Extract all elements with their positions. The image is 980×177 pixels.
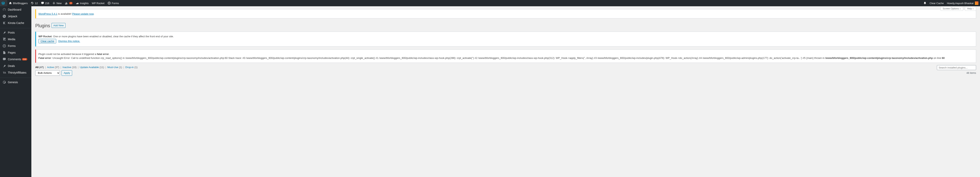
fatal-error-path: /www/bforbloggers_800/public/wp-content/… — [826, 56, 933, 59]
menu-deals[interactable]: Deals — [0, 62, 31, 69]
insights-label: Insights — [80, 2, 89, 5]
items-count: 48 items — [966, 72, 976, 74]
filter-all[interactable]: All (47) — [35, 66, 44, 69]
clear-cache-button[interactable]: Clear cache — [38, 39, 56, 43]
home-icon — [9, 2, 12, 5]
wprocket-notice-strong: WP Rocket — [38, 35, 52, 38]
stats-link[interactable]: 2 — [63, 0, 74, 6]
apply-button[interactable]: Apply — [62, 70, 72, 76]
fatal-error-line: 60 — [942, 56, 945, 59]
user-name: Aayush Bhaskar — [955, 2, 974, 5]
insights-link[interactable]: Insights — [74, 0, 90, 6]
menu-comments[interactable]: Comments216 — [0, 56, 31, 62]
menu-kinsta-label: Kinsta Cache — [8, 21, 24, 24]
clear-cache-link[interactable]: Clear Cache — [928, 0, 945, 6]
menu-thirsty-label: ThirstyAffiliates — [8, 71, 27, 74]
comment-icon — [41, 2, 44, 5]
notifications-link[interactable] — [922, 0, 928, 6]
site-name-text: BforBloggers — [13, 2, 28, 5]
menu-posts-label: Posts — [8, 31, 15, 34]
jetpack-icon — [2, 14, 6, 18]
update-version-link[interactable]: WordPress 5.4.1 — [38, 12, 57, 15]
page-icon — [2, 51, 6, 54]
menu-thirsty[interactable]: TAThirstyAffiliates — [0, 69, 31, 76]
svg-point-1 — [3, 15, 6, 18]
wordpress-icon — [2, 2, 5, 5]
search-plugins-input[interactable] — [937, 65, 976, 70]
forms-icon — [108, 2, 111, 5]
menu-media[interactable]: Media — [0, 36, 31, 43]
comments-count: 216 — [45, 2, 49, 5]
fatal-error-notice: Plugin could not be activated because it… — [35, 49, 976, 63]
fatal-error-label: Fatal error — [38, 56, 51, 59]
update-icon — [31, 2, 34, 5]
update-nag: WordPress 5.4.1 is available! Please upd… — [35, 9, 976, 18]
avatar — [975, 2, 978, 5]
comments-link[interactable]: 216 — [40, 0, 51, 6]
menu-genesis[interactable]: Genesis — [0, 79, 31, 85]
menu-forms[interactable]: Forms — [0, 43, 31, 49]
chart-icon — [76, 2, 79, 5]
menu-forms-label: Forms — [8, 45, 16, 48]
menu-dashboard-label: Dashboard — [8, 8, 21, 11]
svg-text:TA: TA — [3, 72, 6, 74]
fatal-error-online: on line — [933, 56, 942, 59]
add-new-button[interactable]: Add New — [51, 23, 65, 28]
svg-point-2 — [3, 45, 6, 47]
thirsty-icon: TA — [2, 71, 6, 74]
updates-link[interactable]: 12 — [29, 0, 39, 6]
menu-genesis-label: Genesis — [8, 81, 18, 84]
stats-badge: 2 — [69, 2, 73, 4]
menu-separator-2 — [0, 77, 31, 78]
forms-label: Forms — [112, 2, 119, 5]
menu-jetpack[interactable]: Jetpack — [0, 13, 31, 20]
menu-pages-label: Pages — [8, 51, 16, 54]
wprocket-link[interactable]: WP Rocket — [90, 0, 106, 6]
wp-logo[interactable] — [0, 0, 7, 6]
menu-pages[interactable]: Pages — [0, 49, 31, 56]
howdy-prefix: Howdy, — [947, 2, 955, 5]
filter-drop-in[interactable]: Drop-in (1) — [125, 66, 137, 69]
stats-icon — [65, 2, 68, 5]
filter-update-available[interactable]: Update Available (11) — [80, 66, 104, 69]
site-name-link[interactable]: BforBloggers — [7, 0, 29, 6]
dismiss-notice-link[interactable]: Dismiss this notice. — [58, 40, 80, 43]
bulk-actions-select[interactable]: Bulk Actions — [35, 70, 60, 76]
genesis-icon — [2, 80, 6, 84]
forms-menu-icon — [2, 44, 6, 48]
new-label: New — [56, 2, 62, 5]
menu-kinsta[interactable]: Kinsta Cache — [0, 20, 31, 26]
filter-active[interactable]: Active (37) — [47, 66, 59, 69]
kinsta-icon — [2, 21, 6, 25]
updates-count: 12 — [35, 2, 38, 5]
update-now-link[interactable]: Please update now — [72, 12, 94, 15]
menu-posts[interactable]: Posts — [0, 29, 31, 36]
error-line1-a: Plugin could not be activated because it… — [38, 53, 97, 56]
forms-link[interactable]: Forms — [106, 0, 121, 6]
new-content-link[interactable]: New — [51, 0, 63, 6]
menu-media-label: Media — [8, 38, 15, 41]
clear-cache-label: Clear Cache — [930, 2, 944, 5]
menu-separator — [0, 27, 31, 28]
media-icon — [2, 37, 6, 41]
deals-icon — [2, 64, 6, 68]
bell-icon — [923, 2, 926, 5]
help-button[interactable]: Help — [965, 7, 976, 11]
plugin-status-filters: All (47) | Active (37) | Inactive (10) |… — [35, 66, 976, 69]
wprocket-label: WP Rocket — [92, 2, 105, 5]
menu-dashboard[interactable]: Dashboard — [0, 6, 31, 13]
comments-badge: 216 — [22, 58, 27, 61]
help-label: Help — [967, 7, 972, 10]
filter-must-use[interactable]: Must-Use (1) — [107, 66, 122, 69]
update-nag-middle: is available! — [57, 12, 72, 15]
screen-options-button[interactable]: Screen Options — [940, 7, 963, 11]
wprocket-notice-text: : One or more plugins have been enabled … — [52, 35, 174, 38]
fatal-error-msg: : Uncaught Error: Call to undefined func… — [51, 56, 825, 59]
comments-menu-icon — [2, 57, 6, 61]
error-line1-b: fatal error — [97, 53, 109, 56]
svg-point-0 — [108, 2, 111, 5]
my-account-link[interactable]: Howdy, Aayush Bhaskar — [945, 0, 980, 6]
filter-inactive[interactable]: Inactive (10) — [62, 66, 76, 69]
plus-icon — [52, 2, 56, 5]
menu-jetpack-label: Jetpack — [8, 15, 17, 18]
